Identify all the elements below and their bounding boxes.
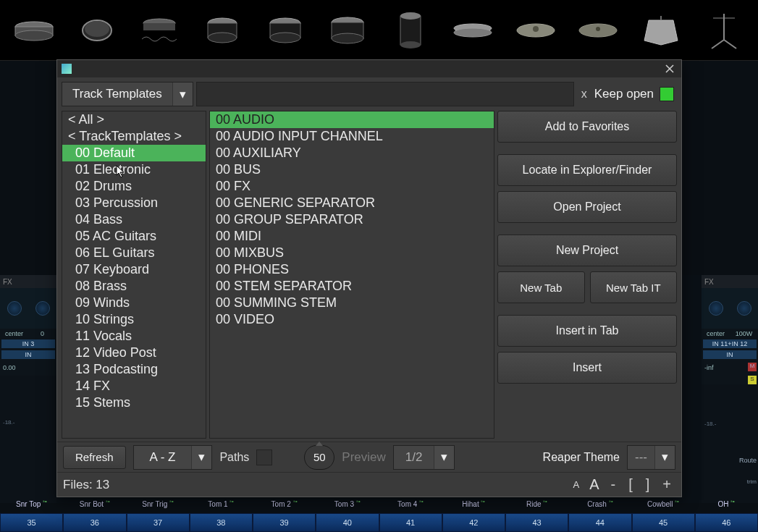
open-project-button[interactable]: Open Project	[497, 191, 677, 223]
category-item[interactable]: 15 Stems	[62, 394, 206, 411]
category-item[interactable]: 12 Video Post	[62, 345, 206, 361]
template-item[interactable]: 00 AUDIO INPUT CHANNEL	[210, 128, 494, 145]
paths-checkbox[interactable]	[256, 449, 272, 465]
template-item[interactable]: 00 MIDI	[210, 228, 494, 245]
category-item[interactable]: 07 Keyboard	[62, 261, 206, 278]
drum-cowbell-icon[interactable]	[630, 5, 692, 56]
template-item[interactable]: 00 AUDIO	[210, 111, 494, 128]
input-label[interactable]: IN 11+IN 12	[703, 339, 757, 348]
category-item[interactable]: 00 Default	[62, 145, 206, 161]
track-number-cell[interactable]: 40	[316, 513, 379, 532]
template-item[interactable]: 00 STEM SEPARATOR	[210, 278, 494, 295]
template-item[interactable]: 00 BUS	[210, 161, 494, 178]
route-label[interactable]: Route	[739, 457, 757, 464]
pan-knob-icon[interactable]	[709, 301, 723, 316]
template-item[interactable]: 00 VIDEO	[210, 311, 494, 328]
columns-spinner[interactable]: 50	[304, 445, 334, 470]
clear-search-button[interactable]: x	[577, 88, 591, 101]
page-dropdown[interactable]: 1/2 ▾	[393, 445, 455, 470]
category-all[interactable]: < All >	[62, 111, 206, 128]
track-label[interactable]: Tom 4 ᵃᵒ	[379, 497, 442, 512]
chevron-down-icon[interactable]: ▾	[191, 446, 211, 469]
gain-knob-icon[interactable]	[737, 301, 751, 316]
drum-floortom-icon[interactable]	[316, 5, 379, 56]
track-label[interactable]: Crash ᵃᵒ	[568, 497, 631, 512]
drum-tom2-icon[interactable]	[254, 5, 316, 56]
track-label[interactable]: Tom 1 ᵃᵒ	[190, 497, 253, 512]
track-label[interactable]: OH ᵃᵒ	[695, 497, 758, 512]
category-item[interactable]: 09 Winds	[62, 295, 206, 311]
track-label[interactable]: Snr Bot ᵃᵒ	[63, 497, 126, 512]
template-item[interactable]: 00 MIXBUS	[210, 245, 494, 261]
minus-button[interactable]: -	[607, 476, 620, 493]
chevron-down-icon[interactable]: ▾	[434, 446, 454, 469]
template-list[interactable]: 00 AUDIO00 AUDIO INPUT CHANNEL00 AUXILIA…	[209, 111, 494, 439]
track-label[interactable]: Snr Trig ᵃᵒ	[127, 497, 190, 512]
track-number-cell[interactable]: 41	[379, 513, 442, 532]
track-label[interactable]: Hihat ᵃᵒ	[442, 497, 505, 512]
track-label[interactable]: Ride ᵃᵒ	[505, 497, 568, 512]
fx-slot[interactable]: FX	[0, 275, 56, 288]
insert-in-tab-button[interactable]: Insert in Tab	[497, 315, 677, 347]
close-button[interactable]	[662, 62, 677, 76]
type-dropdown[interactable]: Track Templates ▾	[62, 82, 193, 106]
drum-hihat-icon[interactable]	[442, 5, 504, 56]
in-button[interactable]: IN	[1, 350, 55, 359]
track-number-cell[interactable]: 37	[127, 513, 190, 532]
insert-button[interactable]: Insert	[497, 352, 677, 384]
drum-tambourine-icon[interactable]	[66, 5, 128, 56]
sort-dropdown[interactable]: A - Z ▾	[133, 445, 213, 470]
track-label[interactable]: Tom 2 ᵃᵒ	[253, 497, 316, 512]
font-larger-button[interactable]: A	[586, 476, 602, 493]
template-item[interactable]: 00 GROUP SEPARATOR	[210, 211, 494, 228]
pan-knob-icon[interactable]	[7, 301, 22, 316]
drum-ride-icon[interactable]	[567, 5, 629, 56]
solo-button[interactable]: S	[748, 376, 757, 384]
new-tab-button[interactable]: New Tab	[497, 271, 585, 303]
track-number-cell[interactable]: 39	[253, 513, 316, 532]
track-number-cell[interactable]: 46	[695, 513, 758, 532]
track-number-cell[interactable]: 35	[0, 513, 63, 532]
category-item[interactable]: 04 Bass	[62, 211, 206, 228]
titlebar[interactable]	[57, 60, 681, 77]
keep-open-checkbox[interactable]	[660, 87, 674, 101]
category-item[interactable]: 14 FX	[62, 378, 206, 394]
drum-snare-wave-icon[interactable]	[128, 5, 190, 56]
track-label[interactable]: Snr Top ᵃᵒ	[0, 497, 63, 512]
drum-stand-icon[interactable]	[693, 5, 755, 56]
category-item[interactable]: 05 AC Guitars	[62, 228, 206, 245]
new-tab-it-button[interactable]: New Tab IT	[590, 271, 678, 303]
template-item[interactable]: 00 FX	[210, 178, 494, 195]
category-item[interactable]: 06 EL Guitars	[62, 245, 206, 261]
plus-button[interactable]: +	[658, 476, 675, 493]
drum-tom1-icon[interactable]	[191, 5, 253, 56]
track-label[interactable]: Tom 3 ᵃᵒ	[316, 497, 379, 512]
theme-dropdown[interactable]: --- ▾	[627, 445, 675, 470]
category-tracktemplates[interactable]: < TrackTemplates >	[62, 128, 206, 145]
template-item[interactable]: 00 SUMMING STEM	[210, 295, 494, 311]
template-item[interactable]: 00 GENERIC SEPARATOR	[210, 195, 494, 211]
refresh-button[interactable]: Refresh	[63, 446, 126, 469]
bracket-left[interactable]: [	[624, 476, 637, 493]
locate-button[interactable]: Locate in Explorer/Finder	[497, 154, 677, 186]
category-list[interactable]: < All >< TrackTemplates >00 Default01 El…	[62, 111, 206, 439]
drum-kick-icon[interactable]	[379, 5, 442, 56]
new-project-button[interactable]: New Project	[497, 235, 677, 266]
category-item[interactable]: 08 Brass	[62, 278, 206, 295]
chevron-down-icon[interactable]: ▾	[172, 83, 193, 106]
template-item[interactable]: 00 AUXILIARY	[210, 145, 494, 161]
add-favorites-button[interactable]: Add to Favorites	[497, 111, 677, 143]
category-item[interactable]: 10 Strings	[62, 311, 206, 328]
drum-crash-icon[interactable]	[505, 5, 567, 56]
fx-slot[interactable]: FX	[702, 275, 758, 288]
drum-snare-icon[interactable]	[3, 5, 65, 56]
bracket-right[interactable]: ]	[641, 476, 654, 493]
track-number-cell[interactable]: 43	[505, 513, 568, 532]
input-label[interactable]: IN 3	[1, 339, 55, 348]
track-number-cell[interactable]: 36	[63, 513, 126, 532]
category-item[interactable]: 01 Electronic	[62, 161, 206, 178]
track-number-cell[interactable]: 42	[442, 513, 505, 532]
mute-button[interactable]: M	[748, 363, 757, 371]
category-item[interactable]: 02 Drums	[62, 178, 206, 195]
track-number-cell[interactable]: 44	[568, 513, 631, 532]
